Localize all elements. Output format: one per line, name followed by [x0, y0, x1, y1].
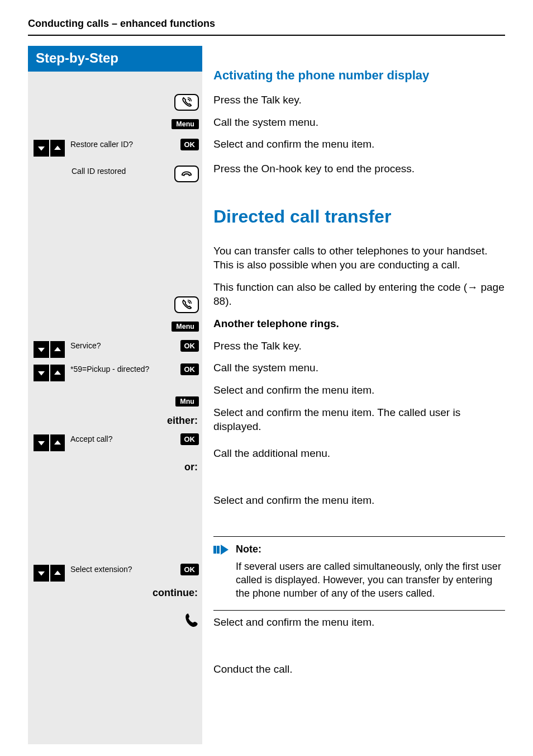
mnu-key: Mnu — [175, 396, 199, 407]
instr-conduct: Conduct the call. — [213, 662, 505, 677]
nav-arrows-icon — [34, 565, 65, 582]
sidebar-title: Step-by-Step — [28, 46, 202, 72]
nav-arrows-icon — [34, 140, 65, 157]
step-label-accept: Accept call? — [65, 433, 180, 444]
note-text: If several users are called simultaneous… — [236, 560, 505, 601]
choice-continue: continue: — [28, 584, 202, 604]
step-label-select-ext: Select extension? — [65, 564, 180, 574]
ok-key: OK — [180, 139, 199, 150]
choice-either: either: — [28, 412, 202, 432]
intro-1: You can transfer calls to other telephon… — [213, 244, 505, 272]
instr-select-3: Select and confirm the menu item. — [213, 493, 505, 508]
ok-key: OK — [180, 564, 199, 575]
note-head: Note: — [236, 542, 505, 556]
step-label-restore: Restore caller ID? — [65, 139, 180, 149]
instr-select-4: Select and confirm the menu item. — [213, 615, 505, 630]
step-label-restored: Call ID restored — [66, 166, 174, 176]
menu-key: Menu — [172, 322, 199, 332]
handset-icon — [183, 612, 199, 630]
talk-key-icon — [174, 296, 199, 313]
instr-onhook: Press the On-hook key to end the process… — [213, 162, 505, 176]
ok-key: OK — [180, 363, 199, 375]
svg-rect-0 — [213, 546, 216, 554]
ring-heading: Another telephone rings. — [213, 316, 505, 331]
step-sidebar: Step-by-Step Menu Restore caller ID? OK — [28, 46, 202, 744]
instr-talk-2: Press the Talk key. — [213, 339, 505, 353]
step-label-service: Service? — [65, 340, 180, 351]
running-header: Conducting calls – enhanced functions — [28, 18, 505, 36]
ok-key: OK — [180, 433, 199, 445]
instr-select-2: Select and confirm the menu item. The ca… — [213, 405, 505, 434]
instr-menu-2: Call the system menu. — [213, 361, 505, 375]
menu-key: Menu — [172, 119, 199, 129]
onhook-key-icon — [174, 166, 199, 182]
choice-or: or: — [28, 458, 202, 479]
nav-arrows-icon — [34, 365, 65, 381]
instr-talk: Press the Talk key. — [213, 93, 505, 107]
note-box: Note: If several users are called simult… — [213, 536, 505, 611]
main-content: Activating the phone number display Pres… — [202, 46, 505, 744]
svg-rect-1 — [217, 546, 220, 554]
instr-menu: Call the system menu. — [213, 115, 505, 130]
nav-arrows-icon — [34, 341, 65, 358]
section-heading-directed: Directed call transfer — [213, 206, 505, 227]
intro-2: This function can also be called by ente… — [213, 280, 505, 309]
note-icon — [213, 542, 229, 600]
ok-key: OK — [180, 340, 199, 352]
instr-mnu: Call the additional menu. — [213, 446, 505, 461]
instr-select: Select and confirm the menu item. — [213, 137, 505, 152]
section-heading-activating: Activating the phone number display — [213, 68, 505, 83]
step-label-pickup: *59=Pickup - directed? — [65, 363, 180, 374]
nav-arrows-icon — [34, 434, 65, 451]
talk-key-icon — [174, 94, 199, 111]
instr-select-1: Select and confirm the menu item. — [213, 383, 505, 398]
